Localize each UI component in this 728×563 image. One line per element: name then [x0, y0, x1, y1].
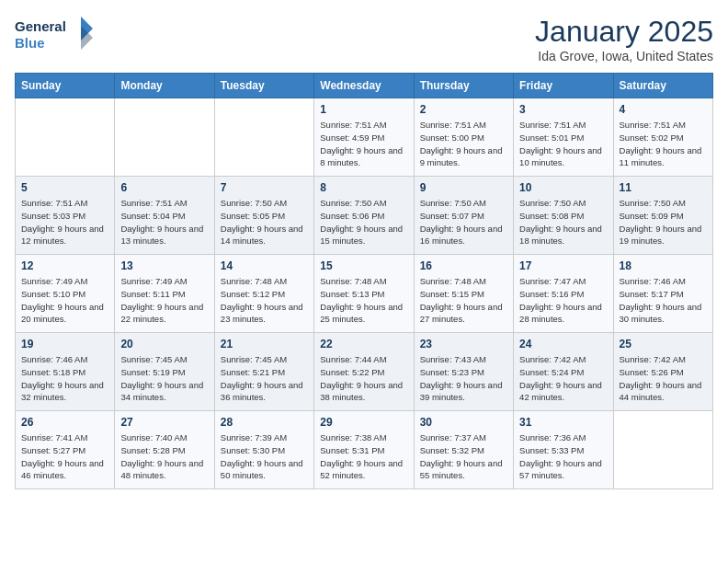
calendar-cell: 25Sunrise: 7:42 AM Sunset: 5:26 PM Dayli…	[613, 333, 712, 411]
day-number: 1	[320, 103, 407, 116]
calendar-cell	[613, 411, 712, 489]
calendar-table: SundayMondayTuesdayWednesdayThursdayFrid…	[15, 73, 713, 489]
calendar-cell: 24Sunrise: 7:42 AM Sunset: 5:24 PM Dayli…	[514, 333, 613, 411]
day-info: Sunrise: 7:41 AM Sunset: 5:27 PM Dayligh…	[21, 431, 108, 482]
day-number: 24	[519, 338, 607, 350]
day-info: Sunrise: 7:48 AM Sunset: 5:12 PM Dayligh…	[221, 275, 308, 326]
day-number: 28	[221, 416, 308, 429]
calendar-cell	[115, 98, 214, 177]
calendar-cell: 17Sunrise: 7:47 AM Sunset: 5:16 PM Dayli…	[514, 255, 613, 333]
day-number: 29	[320, 416, 407, 429]
weekday-header: Monday	[115, 74, 214, 98]
day-number: 23	[420, 338, 507, 350]
svg-text:General: General	[15, 18, 66, 34]
day-info: Sunrise: 7:39 AM Sunset: 5:30 PM Dayligh…	[221, 431, 308, 482]
day-info: Sunrise: 7:36 AM Sunset: 5:33 PM Dayligh…	[519, 431, 607, 482]
page-header: General Blue January 2025 Ida Grove, Iow…	[15, 15, 713, 63]
day-info: Sunrise: 7:40 AM Sunset: 5:28 PM Dayligh…	[120, 431, 208, 482]
day-info: Sunrise: 7:38 AM Sunset: 5:31 PM Dayligh…	[320, 431, 407, 482]
day-info: Sunrise: 7:46 AM Sunset: 5:17 PM Dayligh…	[620, 275, 707, 326]
day-number: 10	[519, 181, 607, 194]
day-number: 16	[420, 259, 507, 272]
day-info: Sunrise: 7:51 AM Sunset: 5:01 PM Dayligh…	[519, 119, 607, 169]
calendar-cell	[16, 98, 115, 177]
day-info: Sunrise: 7:50 AM Sunset: 5:09 PM Dayligh…	[620, 197, 707, 247]
day-number: 31	[519, 416, 607, 429]
month-title: January 2025	[535, 15, 713, 49]
calendar-cell: 10Sunrise: 7:50 AM Sunset: 5:08 PM Dayli…	[514, 177, 613, 255]
calendar-cell: 6Sunrise: 7:51 AM Sunset: 5:04 PM Daylig…	[115, 177, 214, 255]
calendar-cell: 23Sunrise: 7:43 AM Sunset: 5:23 PM Dayli…	[414, 333, 513, 411]
weekday-header-row: SundayMondayTuesdayWednesdayThursdayFrid…	[16, 74, 713, 98]
calendar-cell: 29Sunrise: 7:38 AM Sunset: 5:31 PM Dayli…	[314, 411, 414, 489]
location: Ida Grove, Iowa, United States	[535, 49, 713, 63]
logo: General Blue	[15, 15, 97, 56]
calendar-cell: 5Sunrise: 7:51 AM Sunset: 5:03 PM Daylig…	[16, 177, 115, 255]
calendar-week-row: 19Sunrise: 7:46 AM Sunset: 5:18 PM Dayli…	[16, 333, 713, 411]
calendar-week-row: 5Sunrise: 7:51 AM Sunset: 5:03 PM Daylig…	[16, 177, 713, 255]
day-info: Sunrise: 7:37 AM Sunset: 5:32 PM Dayligh…	[420, 431, 507, 482]
day-info: Sunrise: 7:51 AM Sunset: 5:00 PM Dayligh…	[420, 119, 507, 169]
calendar-cell: 4Sunrise: 7:51 AM Sunset: 5:02 PM Daylig…	[613, 98, 712, 177]
weekday-header: Sunday	[16, 74, 115, 98]
day-number: 2	[420, 103, 507, 116]
calendar-cell: 22Sunrise: 7:44 AM Sunset: 5:22 PM Dayli…	[314, 333, 414, 411]
day-info: Sunrise: 7:45 AM Sunset: 5:21 PM Dayligh…	[221, 353, 308, 404]
calendar-cell: 14Sunrise: 7:48 AM Sunset: 5:12 PM Dayli…	[214, 255, 313, 333]
calendar-cell: 30Sunrise: 7:37 AM Sunset: 5:32 PM Dayli…	[414, 411, 513, 489]
calendar-cell: 18Sunrise: 7:46 AM Sunset: 5:17 PM Dayli…	[613, 255, 712, 333]
day-info: Sunrise: 7:42 AM Sunset: 5:24 PM Dayligh…	[519, 353, 607, 404]
day-info: Sunrise: 7:48 AM Sunset: 5:15 PM Dayligh…	[420, 275, 507, 326]
calendar-cell: 1Sunrise: 7:51 AM Sunset: 4:59 PM Daylig…	[314, 98, 414, 177]
day-number: 7	[221, 181, 308, 194]
day-info: Sunrise: 7:49 AM Sunset: 5:11 PM Dayligh…	[120, 275, 208, 326]
day-info: Sunrise: 7:45 AM Sunset: 5:19 PM Dayligh…	[120, 353, 208, 404]
weekday-header: Saturday	[613, 74, 712, 98]
day-number: 15	[320, 259, 407, 272]
day-number: 21	[221, 338, 308, 350]
day-number: 27	[120, 416, 208, 429]
day-number: 8	[320, 181, 407, 194]
day-info: Sunrise: 7:50 AM Sunset: 5:08 PM Dayligh…	[519, 197, 607, 247]
day-number: 22	[320, 338, 407, 350]
day-number: 12	[21, 259, 108, 272]
day-info: Sunrise: 7:51 AM Sunset: 5:02 PM Dayligh…	[620, 119, 707, 169]
title-block: January 2025 Ida Grove, Iowa, United Sta…	[535, 15, 713, 63]
weekday-header: Thursday	[414, 74, 513, 98]
weekday-header: Wednesday	[314, 74, 414, 98]
calendar-cell: 7Sunrise: 7:50 AM Sunset: 5:05 PM Daylig…	[214, 177, 313, 255]
day-number: 9	[420, 181, 507, 194]
calendar-cell: 20Sunrise: 7:45 AM Sunset: 5:19 PM Dayli…	[115, 333, 214, 411]
day-info: Sunrise: 7:51 AM Sunset: 4:59 PM Dayligh…	[320, 119, 407, 169]
day-number: 11	[620, 181, 707, 194]
day-number: 13	[120, 259, 208, 272]
calendar-cell: 12Sunrise: 7:49 AM Sunset: 5:10 PM Dayli…	[16, 255, 115, 333]
calendar-cell: 27Sunrise: 7:40 AM Sunset: 5:28 PM Dayli…	[115, 411, 214, 489]
day-number: 3	[519, 103, 607, 116]
calendar-cell: 28Sunrise: 7:39 AM Sunset: 5:30 PM Dayli…	[214, 411, 313, 489]
calendar-cell: 16Sunrise: 7:48 AM Sunset: 5:15 PM Dayli…	[414, 255, 513, 333]
day-info: Sunrise: 7:51 AM Sunset: 5:03 PM Dayligh…	[21, 197, 108, 247]
weekday-header: Friday	[514, 74, 613, 98]
calendar-cell: 15Sunrise: 7:48 AM Sunset: 5:13 PM Dayli…	[314, 255, 414, 333]
day-number: 5	[21, 181, 108, 194]
day-info: Sunrise: 7:46 AM Sunset: 5:18 PM Dayligh…	[21, 353, 108, 404]
calendar-week-row: 12Sunrise: 7:49 AM Sunset: 5:10 PM Dayli…	[16, 255, 713, 333]
day-info: Sunrise: 7:50 AM Sunset: 5:07 PM Dayligh…	[420, 197, 507, 247]
day-number: 20	[120, 338, 208, 350]
calendar-cell: 21Sunrise: 7:45 AM Sunset: 5:21 PM Dayli…	[214, 333, 313, 411]
calendar-cell: 19Sunrise: 7:46 AM Sunset: 5:18 PM Dayli…	[16, 333, 115, 411]
day-info: Sunrise: 7:43 AM Sunset: 5:23 PM Dayligh…	[420, 353, 507, 404]
calendar-cell: 2Sunrise: 7:51 AM Sunset: 5:00 PM Daylig…	[414, 98, 513, 177]
day-number: 4	[620, 103, 707, 116]
day-info: Sunrise: 7:49 AM Sunset: 5:10 PM Dayligh…	[21, 275, 108, 326]
day-info: Sunrise: 7:44 AM Sunset: 5:22 PM Dayligh…	[320, 353, 407, 404]
calendar-cell: 26Sunrise: 7:41 AM Sunset: 5:27 PM Dayli…	[16, 411, 115, 489]
day-number: 19	[21, 338, 108, 350]
logo-svg: General Blue	[15, 15, 97, 56]
day-number: 30	[420, 416, 507, 429]
calendar-cell: 13Sunrise: 7:49 AM Sunset: 5:11 PM Dayli…	[115, 255, 214, 333]
calendar-cell: 9Sunrise: 7:50 AM Sunset: 5:07 PM Daylig…	[414, 177, 513, 255]
svg-text:Blue: Blue	[15, 35, 45, 51]
day-info: Sunrise: 7:42 AM Sunset: 5:26 PM Dayligh…	[620, 353, 707, 404]
